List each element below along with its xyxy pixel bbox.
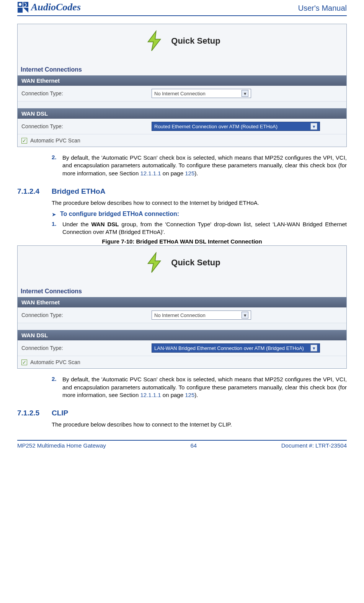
step-1: 1. Under the WAN DSL group, from the 'Co… — [52, 221, 347, 236]
step-number: 2. — [52, 376, 62, 399]
wan-eth-conn-type-select[interactable]: No Internet Connection ▾ — [152, 89, 251, 98]
heading-title: Bridged ETHoA — [52, 187, 105, 196]
wan-eth-conn-type-value: No Internet Connection — [154, 312, 206, 318]
heading-bridged-ethoa: 7.1.2.4 Bridged ETHoA — [17, 187, 347, 196]
page-xref[interactable]: 125 — [185, 170, 194, 176]
procedure-heading: ➤ To configure bridged ETHoA connection: — [52, 211, 347, 217]
heading-number: 7.1.2.5 — [17, 409, 52, 417]
wan-eth-conn-type-value: No Internet Connection — [154, 91, 206, 96]
procedure-title: To configure bridged ETHoA connection: — [60, 211, 179, 217]
brand-logo: AudioCodes — [17, 2, 81, 13]
wan-ethernet-bar: WAN Ethernet — [18, 75, 346, 86]
footer-left: MP252 Multimedia Home Gateway — [17, 442, 106, 449]
footer-right: Document #: LTRT-23504 — [281, 442, 347, 449]
internet-connections-label: Internet Connections — [18, 286, 346, 297]
intro-paragraph: The procedure below describes how to con… — [52, 199, 347, 206]
automatic-pvc-scan-label: Automatic PVC Scan — [30, 137, 80, 144]
step-number: 2. — [52, 154, 62, 177]
step-text: By default, the 'Automatic PVC Scan' che… — [62, 376, 347, 399]
step-text: By default, the 'Automatic PVC Scan' che… — [62, 154, 347, 177]
svg-rect-2 — [18, 8, 23, 13]
wan-dsl-conn-type-label: Connection Type: — [21, 345, 152, 351]
heading-title: CLIP — [52, 409, 68, 417]
quick-setup-figure-2: Quick Setup Internet Connections WAN Eth… — [17, 245, 347, 369]
logo-text: AudioCodes — [31, 2, 81, 13]
figure-caption: Figure 7-10: Bridged ETHoA WAN DSL Inter… — [17, 238, 347, 245]
triangle-right-icon: ➤ — [52, 211, 56, 217]
heading-clip: 7.1.2.5 CLIP — [17, 409, 347, 417]
page-header: AudioCodes User's Manual — [17, 0, 347, 16]
section-xref[interactable]: 12.1.1.1 — [140, 392, 161, 398]
wan-dsl-conn-type-select[interactable]: LAN-WAN Bridged Ethernet Connection over… — [152, 343, 320, 353]
lightning-bolt-icon — [144, 252, 165, 273]
svg-marker-5 — [148, 253, 161, 273]
wan-dsl-bar: WAN DSL — [18, 108, 346, 119]
automatic-pvc-scan-checkbox[interactable]: ✓ — [21, 138, 27, 144]
svg-point-3 — [19, 3, 22, 6]
automatic-pvc-scan-label: Automatic PVC Scan — [30, 359, 80, 365]
quick-setup-figure-1: Quick Setup Internet Connections WAN Eth… — [17, 24, 347, 147]
chevron-down-icon: ▾ — [310, 345, 317, 351]
section-xref[interactable]: 12.1.1.1 — [140, 170, 161, 176]
intro-paragraph: The procedure below describes how to con… — [52, 421, 347, 428]
doc-title: User's Manual — [298, 2, 347, 13]
wan-dsl-bar: WAN DSL — [18, 330, 346, 340]
logo-icon — [17, 2, 29, 13]
chevron-down-icon: ▾ — [310, 123, 317, 130]
wan-dsl-conn-type-label: Connection Type: — [21, 123, 152, 129]
quick-setup-title: Quick Setup — [171, 36, 220, 46]
wan-eth-conn-type-select[interactable]: No Internet Connection ▾ — [152, 310, 251, 320]
chevron-down-icon: ▾ — [242, 90, 248, 97]
page-footer: MP252 Multimedia Home Gateway 64 Documen… — [17, 440, 347, 456]
footer-page-number: 64 — [190, 442, 197, 449]
step-text: Under the WAN DSL group, from the 'Conne… — [62, 221, 347, 236]
wan-eth-conn-type-label: Connection Type: — [21, 90, 152, 96]
wan-dsl-conn-type-select[interactable]: Routed Ethernet Connection over ATM (Rou… — [152, 122, 320, 131]
wan-eth-conn-type-label: Connection Type: — [21, 312, 152, 318]
wan-ethernet-bar: WAN Ethernet — [18, 297, 346, 307]
chevron-down-icon: ▾ — [242, 312, 248, 319]
step-2: 2. By default, the 'Automatic PVC Scan' … — [52, 154, 347, 177]
internet-connections-label: Internet Connections — [18, 65, 346, 75]
wan-dsl-conn-type-value: LAN-WAN Bridged Ethernet Connection over… — [154, 345, 304, 351]
wan-dsl-conn-type-value: Routed Ethernet Connection over ATM (Rou… — [154, 124, 277, 129]
automatic-pvc-scan-checkbox[interactable]: ✓ — [21, 360, 27, 365]
page-xref[interactable]: 125 — [185, 392, 194, 398]
svg-marker-4 — [148, 31, 161, 51]
step-2: 2. By default, the 'Automatic PVC Scan' … — [52, 376, 347, 399]
step-number: 1. — [52, 221, 62, 236]
lightning-bolt-icon — [144, 30, 165, 52]
quick-setup-title: Quick Setup — [171, 258, 220, 268]
heading-number: 7.1.2.4 — [17, 187, 52, 196]
